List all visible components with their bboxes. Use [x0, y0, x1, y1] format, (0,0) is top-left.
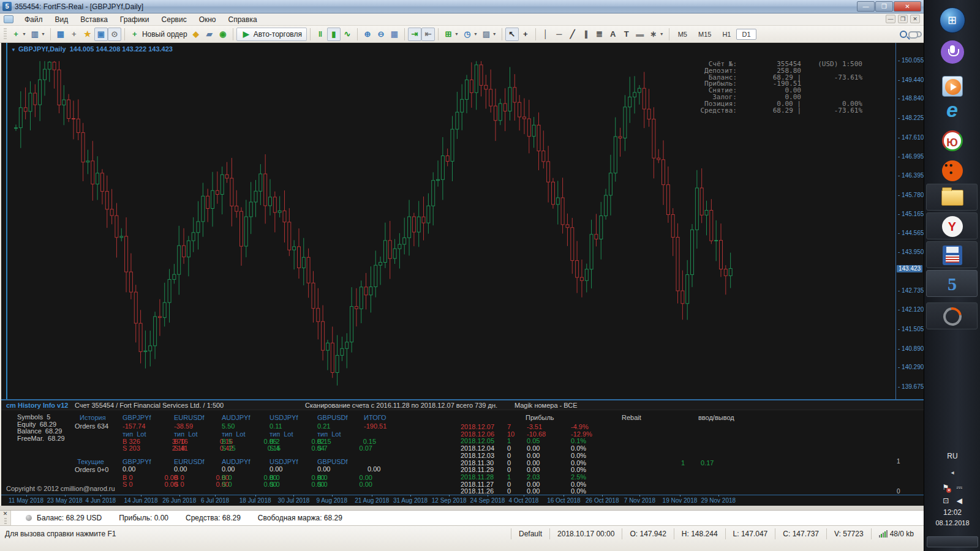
price-tick: 146.995 — [898, 153, 924, 160]
experts-icon[interactable]: ▰ — [203, 28, 216, 41]
timeframe-button-d1[interactable]: D1 — [736, 29, 756, 40]
chart-shift-icon[interactable]: ⇤ — [421, 28, 435, 41]
chart-plot-area[interactable]: ▼GBPJPYf,Daily 144.005 144.208 143.222 1… — [6, 43, 894, 399]
navigator-icon[interactable]: ★ — [81, 28, 94, 41]
new-order-button[interactable]: +Новый ордер — [128, 28, 189, 41]
price-tick: 149.440 — [898, 76, 924, 83]
minimize-button[interactable]: — — [857, 1, 875, 12]
metaeditor-icon[interactable]: ◆ — [189, 28, 203, 41]
profiles-icon[interactable]: ▥▼ — [28, 28, 47, 41]
title-bar[interactable]: 5 355454: FortFS-Real - [GBPJPYf,Daily] … — [0, 0, 924, 13]
zoom-out-icon[interactable]: ⊖ — [374, 28, 388, 41]
panel-scan-line: Сканирование счета с 2016.11.28 по 2018.… — [305, 402, 497, 409]
dropdown-arrow-icon: ▼ — [454, 32, 459, 36]
price-axis[interactable]: 150.055149.440148.840148.225147.610146.9… — [895, 43, 924, 399]
metatrader-icon[interactable]: 5 — [927, 272, 978, 296]
crosshair-icon[interactable]: + — [519, 28, 532, 41]
menu-item-справка[interactable]: Справка — [222, 14, 263, 25]
daily-count: 1 — [507, 437, 511, 444]
panel-magik-line: Magik номера - ВСЕ — [514, 402, 578, 409]
microphone-icon[interactable] — [927, 40, 978, 64]
text-icon[interactable]: A — [606, 28, 620, 41]
menu-item-вид[interactable]: Вид — [49, 14, 75, 25]
bar-chart-icon[interactable]: ‖ — [314, 28, 327, 41]
indicators-icon[interactable]: ⊞▼ — [442, 28, 461, 41]
yandex-browser-icon[interactable]: Y — [927, 215, 978, 238]
trendline-icon[interactable]: ╱ — [566, 28, 579, 41]
tray-date[interactable]: 08.12.2018 — [924, 519, 980, 527]
start-button[interactable]: ⊞ — [927, 9, 978, 32]
menu-item-окно[interactable]: Окно — [193, 14, 222, 25]
metaeditor-icon: ◆ — [191, 29, 201, 39]
connection-dot-icon — [26, 515, 32, 521]
chat-icon[interactable] — [910, 28, 924, 41]
internet-explorer-icon[interactable]: e — [927, 98, 978, 121]
hidden-icons-arrow[interactable]: ◂ — [924, 469, 980, 476]
account-info-row: Позиция:0.00 |0.00% — [669, 101, 862, 108]
auto-scroll-icon[interactable]: ⇥ — [408, 28, 421, 41]
restore-button[interactable]: ❒ — [875, 1, 893, 12]
tile-windows-icon[interactable]: ▦ — [388, 28, 401, 41]
signals-icon[interactable]: ◉ — [216, 28, 230, 41]
panel-splitter[interactable] — [0, 506, 924, 510]
close-button[interactable]: ✕ — [894, 1, 921, 12]
terminal-close-icon[interactable]: ✕ — [3, 511, 8, 517]
arrows-icon[interactable]: ∗▼ — [647, 28, 666, 41]
film-reel-icon[interactable] — [927, 159, 978, 182]
channel-icon[interactable]: ∥ — [579, 28, 593, 41]
vline-icon[interactable]: │ — [539, 28, 552, 41]
daily-percent: 0.0% — [571, 466, 586, 473]
timeframe-button-h1[interactable]: H1 — [717, 29, 736, 40]
daily-io-value: 0.17 — [701, 459, 714, 467]
mdi-minimize-button[interactable]: — — [886, 15, 895, 23]
yumoney-icon[interactable]: Ю — [927, 129, 978, 152]
market-watch-icon[interactable]: ▦ — [54, 28, 67, 41]
date-tick: 26 Jun 2018 — [162, 497, 196, 504]
menu-item-сервис[interactable]: Сервис — [156, 14, 193, 25]
menu-item-файл[interactable]: Файл — [18, 14, 49, 25]
line-chart-icon[interactable]: ∿ — [341, 28, 354, 41]
candlestick-icon[interactable]: ▮ — [327, 28, 341, 41]
zoom-in-icon[interactable]: ⊕ — [361, 28, 374, 41]
daily-profit: 0.00 — [527, 452, 540, 459]
current-sell-row: S 00.00 — [174, 481, 229, 488]
strategy-tester-icon[interactable]: ⊙ — [108, 28, 121, 41]
terminal-icon: ▣ — [96, 29, 106, 39]
power-plug-icon[interactable]: ⎓ — [957, 483, 963, 492]
status-profile[interactable]: Default — [511, 528, 549, 539]
fibonacci-icon[interactable]: ≣ — [593, 28, 606, 41]
toolbar-grip[interactable] — [4, 28, 7, 40]
tray-clock[interactable]: 12:02 — [924, 508, 980, 517]
terminal-icon[interactable]: ▣ — [94, 28, 108, 41]
hline-icon[interactable]: ─ — [552, 28, 566, 41]
cursor-icon[interactable]: ↖ — [505, 28, 519, 41]
label-icon[interactable]: T — [620, 28, 633, 41]
periods-icon[interactable]: ◷▼ — [461, 28, 480, 41]
timeframe-button-m5[interactable]: M5 — [673, 29, 693, 40]
media-player-icon[interactable] — [927, 75, 978, 98]
language-indicator[interactable]: RU — [924, 452, 980, 460]
indicator-name: cm History Info v12 — [6, 402, 68, 409]
new-chart-icon[interactable]: +▼ — [9, 28, 28, 41]
shapes-icon[interactable]: ▬ — [633, 28, 647, 41]
timeframe-button-m15[interactable]: M15 — [693, 29, 717, 40]
templates-icon[interactable]: ▨▼ — [480, 28, 499, 41]
data-window-icon[interactable]: + — [67, 28, 81, 41]
menu-item-вставка[interactable]: Вставка — [74, 14, 114, 25]
screenshot-tool-icon[interactable] — [927, 305, 978, 328]
explorer-folder-icon[interactable] — [927, 186, 978, 209]
mdi-close-button[interactable]: ✕ — [910, 15, 920, 23]
date-tick: 21 Aug 2018 — [355, 497, 389, 504]
terminal-grip[interactable]: ✕ — [0, 511, 11, 525]
floppy-save-icon[interactable] — [927, 244, 978, 267]
internet-explorer-icon: e — [946, 98, 958, 122]
action-center-flag-icon[interactable]: ⚑ — [943, 483, 949, 492]
date-axis[interactable]: 11 May 201823 May 20184 Jun 201814 Jun 2… — [1, 495, 924, 506]
account-info-extra: -73.61% — [801, 75, 862, 81]
show-desktop-button[interactable] — [927, 536, 978, 547]
mdi-restore-button[interactable]: ❒ — [898, 15, 908, 23]
menu-item-графики[interactable]: Графики — [114, 14, 156, 25]
network-icon[interactable]: ⊡ — [943, 497, 949, 505]
volume-icon[interactable]: ◀ — [957, 497, 962, 505]
autotrading-button[interactable]: ▶Авто-торговля — [236, 28, 307, 41]
